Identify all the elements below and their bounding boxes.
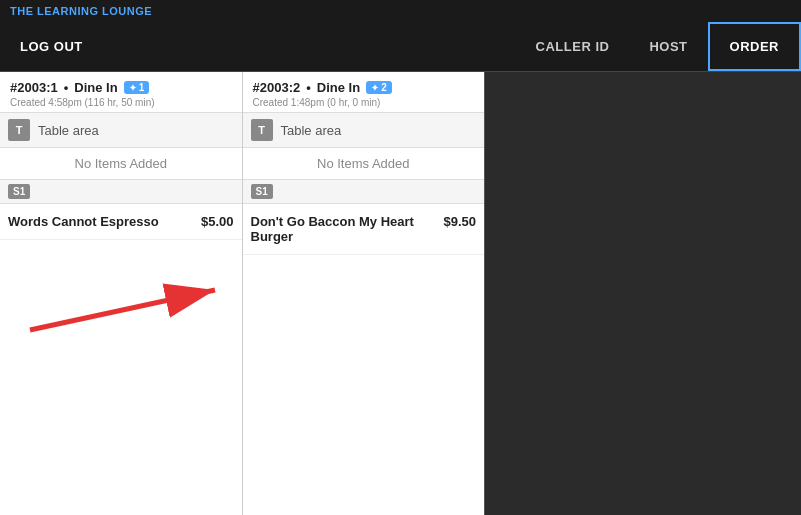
item-price-1: $5.00 xyxy=(201,214,234,229)
order-panel-2: #2003:2 • Dine In ✦ 2 Created 1:48pm (0 … xyxy=(243,72,485,515)
nav-bar: LOG OUT CALLER ID HOST ORDER xyxy=(0,22,801,72)
orders-area: #2003:1 • Dine In ✦ 1 Created 4:58pm (11… xyxy=(0,72,485,515)
table-row-2: T Table area xyxy=(243,113,485,148)
order-button[interactable]: ORDER xyxy=(708,22,801,71)
badge-count-1: 1 xyxy=(139,82,145,93)
order-time-2: Created 1:48pm (0 hr, 0 min) xyxy=(253,97,475,108)
order-title-row-2: #2003:2 • Dine In ✦ 2 xyxy=(253,80,475,95)
order-number-1: #2003:1 xyxy=(10,80,58,95)
order-number-2: #2003:2 xyxy=(253,80,301,95)
table-label-1: Table area xyxy=(38,123,99,138)
seat-row-2: S1 xyxy=(243,180,485,204)
arrow-area xyxy=(0,240,242,515)
no-items-1: No Items Added xyxy=(0,148,242,180)
order-type-2: Dine In xyxy=(317,80,360,95)
svg-line-1 xyxy=(30,290,215,330)
table-row-1: T Table area xyxy=(0,113,242,148)
host-button[interactable]: HOST xyxy=(629,22,707,71)
order-header-1: #2003:1 • Dine In ✦ 1 Created 4:58pm (11… xyxy=(0,72,242,113)
badge-icon-2: ✦ xyxy=(371,83,379,93)
table-badge-1: T xyxy=(8,119,30,141)
order-title-row-1: #2003:1 • Dine In ✦ 1 xyxy=(10,80,232,95)
item-price-2: $9.50 xyxy=(443,214,476,229)
caller-id-button[interactable]: CALLER ID xyxy=(516,22,630,71)
top-bar: THE LEARNING LOUNGE xyxy=(0,0,801,22)
item-name-2: Don't Go Baccon My Heart Burger xyxy=(251,214,444,244)
arrow-svg xyxy=(0,240,242,515)
table-label-2: Table area xyxy=(281,123,342,138)
main-content: #2003:1 • Dine In ✦ 1 Created 4:58pm (11… xyxy=(0,72,801,515)
order-separator-2: • xyxy=(306,80,311,95)
badge-count-2: 2 xyxy=(381,82,387,93)
no-items-2: No Items Added xyxy=(243,148,485,180)
order-header-2: #2003:2 • Dine In ✦ 2 Created 1:48pm (0 … xyxy=(243,72,485,113)
order-badge-1: ✦ 1 xyxy=(124,81,150,94)
app-title: THE LEARNING LOUNGE xyxy=(10,5,152,17)
seat-badge-1: S1 xyxy=(8,184,30,199)
item-row-1[interactable]: Words Cannot Espresso $5.00 xyxy=(0,204,242,240)
logout-button[interactable]: LOG OUT xyxy=(0,39,103,54)
badge-icon-1: ✦ xyxy=(129,83,137,93)
order-badge-2: ✦ 2 xyxy=(366,81,392,94)
item-row-2[interactable]: Don't Go Baccon My Heart Burger $9.50 xyxy=(243,204,485,255)
order-type-1: Dine In xyxy=(74,80,117,95)
order-time-1: Created 4:58pm (116 hr, 50 min) xyxy=(10,97,232,108)
right-panel xyxy=(485,72,801,515)
seat-row-1: S1 xyxy=(0,180,242,204)
order-panel-1: #2003:1 • Dine In ✦ 1 Created 4:58pm (11… xyxy=(0,72,243,515)
order-separator-1: • xyxy=(64,80,69,95)
item-name-1: Words Cannot Espresso xyxy=(8,214,201,229)
seat-badge-2: S1 xyxy=(251,184,273,199)
table-badge-2: T xyxy=(251,119,273,141)
